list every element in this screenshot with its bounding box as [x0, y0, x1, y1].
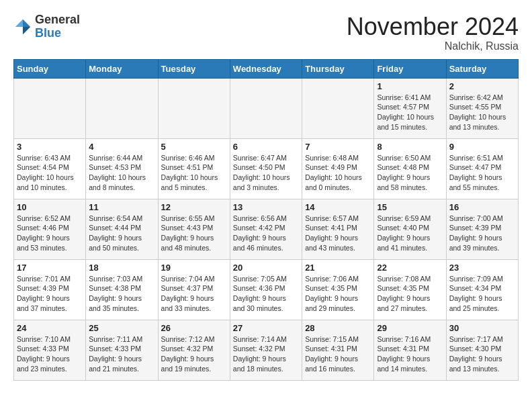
- day-info: Sunrise: 7:12 AM Sunset: 4:32 PM Dayligh…: [161, 334, 227, 374]
- day-info: Sunrise: 7:17 AM Sunset: 4:30 PM Dayligh…: [449, 334, 515, 374]
- page-header: General Blue November 2024 Nalchik, Russ…: [13, 13, 519, 52]
- week-row-4: 17Sunrise: 7:01 AM Sunset: 4:39 PM Dayli…: [14, 259, 519, 320]
- day-info: Sunrise: 6:42 AM Sunset: 4:55 PM Dayligh…: [449, 93, 515, 132]
- day-info: Sunrise: 6:46 AM Sunset: 4:51 PM Dayligh…: [161, 153, 227, 193]
- day-number: 30: [449, 323, 515, 333]
- month-title: November 2024: [347, 13, 519, 40]
- calendar-cell: 10Sunrise: 6:52 AM Sunset: 4:46 PM Dayli…: [14, 199, 86, 259]
- day-number: 28: [305, 323, 371, 333]
- day-number: 26: [161, 323, 227, 333]
- weekday-header-saturday: Saturday: [446, 59, 518, 78]
- calendar-body: 1Sunrise: 6:41 AM Sunset: 4:57 PM Daylig…: [14, 78, 519, 380]
- calendar-cell: 22Sunrise: 7:08 AM Sunset: 4:35 PM Dayli…: [374, 259, 446, 320]
- calendar-cell: 20Sunrise: 7:05 AM Sunset: 4:36 PM Dayli…: [230, 259, 302, 320]
- calendar-cell: [230, 78, 302, 138]
- calendar-cell: [302, 78, 374, 138]
- calendar-cell: 23Sunrise: 7:09 AM Sunset: 4:34 PM Dayli…: [446, 259, 518, 320]
- day-number: 8: [377, 142, 443, 152]
- day-info: Sunrise: 6:41 AM Sunset: 4:57 PM Dayligh…: [377, 93, 443, 132]
- calendar-cell: [158, 78, 230, 138]
- calendar-cell: 14Sunrise: 6:57 AM Sunset: 4:41 PM Dayli…: [302, 199, 374, 259]
- title-block: November 2024 Nalchik, Russia: [347, 13, 519, 52]
- day-number: 2: [449, 81, 515, 91]
- week-row-3: 10Sunrise: 6:52 AM Sunset: 4:46 PM Dayli…: [14, 199, 519, 259]
- calendar-cell: 18Sunrise: 7:03 AM Sunset: 4:38 PM Dayli…: [86, 259, 158, 320]
- calendar-cell: [86, 78, 158, 138]
- day-info: Sunrise: 7:05 AM Sunset: 4:36 PM Dayligh…: [233, 274, 299, 314]
- day-info: Sunrise: 7:00 AM Sunset: 4:39 PM Dayligh…: [449, 214, 515, 253]
- calendar-table: SundayMondayTuesdayWednesdayThursdayFrid…: [13, 59, 519, 381]
- day-info: Sunrise: 6:47 AM Sunset: 4:50 PM Dayligh…: [233, 153, 299, 193]
- day-info: Sunrise: 6:50 AM Sunset: 4:48 PM Dayligh…: [377, 153, 443, 193]
- day-number: 5: [161, 142, 227, 152]
- weekday-header-thursday: Thursday: [302, 59, 374, 78]
- weekday-header-row: SundayMondayTuesdayWednesdayThursdayFrid…: [14, 59, 519, 78]
- location: Nalchik, Russia: [347, 40, 519, 52]
- day-info: Sunrise: 6:52 AM Sunset: 4:46 PM Dayligh…: [17, 214, 83, 253]
- calendar-cell: 7Sunrise: 6:48 AM Sunset: 4:49 PM Daylig…: [302, 138, 374, 199]
- day-number: 14: [305, 202, 371, 212]
- day-number: 13: [233, 202, 299, 212]
- week-row-1: 1Sunrise: 6:41 AM Sunset: 4:57 PM Daylig…: [14, 78, 519, 138]
- calendar-cell: 24Sunrise: 7:10 AM Sunset: 4:33 PM Dayli…: [14, 320, 86, 380]
- day-info: Sunrise: 6:57 AM Sunset: 4:41 PM Dayligh…: [305, 214, 371, 253]
- day-number: 19: [161, 263, 227, 273]
- day-number: 9: [449, 142, 515, 152]
- logo: General Blue: [13, 13, 80, 40]
- weekday-header-wednesday: Wednesday: [230, 59, 302, 78]
- day-number: 4: [89, 142, 154, 152]
- day-number: 12: [161, 202, 227, 212]
- day-info: Sunrise: 6:48 AM Sunset: 4:49 PM Dayligh…: [305, 153, 371, 193]
- day-number: 3: [17, 142, 83, 152]
- day-info: Sunrise: 7:04 AM Sunset: 4:37 PM Dayligh…: [161, 274, 227, 314]
- day-number: 20: [233, 263, 299, 273]
- day-info: Sunrise: 7:15 AM Sunset: 4:31 PM Dayligh…: [305, 334, 371, 374]
- day-number: 25: [89, 323, 154, 333]
- day-number: 7: [305, 142, 371, 152]
- svg-marker-2: [15, 19, 23, 27]
- day-number: 11: [89, 202, 154, 212]
- logo-text: General Blue: [35, 13, 80, 40]
- calendar-cell: 27Sunrise: 7:14 AM Sunset: 4:32 PM Dayli…: [230, 320, 302, 380]
- calendar-cell: 6Sunrise: 6:47 AM Sunset: 4:50 PM Daylig…: [230, 138, 302, 199]
- day-info: Sunrise: 6:43 AM Sunset: 4:54 PM Dayligh…: [17, 153, 83, 193]
- day-info: Sunrise: 7:01 AM Sunset: 4:39 PM Dayligh…: [17, 274, 83, 314]
- day-info: Sunrise: 7:16 AM Sunset: 4:31 PM Dayligh…: [377, 334, 443, 374]
- day-info: Sunrise: 6:44 AM Sunset: 4:53 PM Dayligh…: [89, 153, 154, 193]
- day-number: 10: [17, 202, 83, 212]
- day-number: 22: [377, 263, 443, 273]
- day-number: 15: [377, 202, 443, 212]
- calendar-cell: 8Sunrise: 6:50 AM Sunset: 4:48 PM Daylig…: [374, 138, 446, 199]
- weekday-header-monday: Monday: [86, 59, 158, 78]
- weekday-header-friday: Friday: [374, 59, 446, 78]
- day-number: 6: [233, 142, 299, 152]
- weekday-header-sunday: Sunday: [14, 59, 86, 78]
- day-info: Sunrise: 7:10 AM Sunset: 4:33 PM Dayligh…: [17, 334, 83, 374]
- calendar-cell: [14, 78, 86, 138]
- weekday-header-tuesday: Tuesday: [158, 59, 230, 78]
- calendar-cell: 19Sunrise: 7:04 AM Sunset: 4:37 PM Dayli…: [158, 259, 230, 320]
- day-number: 16: [449, 202, 515, 212]
- calendar-cell: 17Sunrise: 7:01 AM Sunset: 4:39 PM Dayli…: [14, 259, 86, 320]
- calendar-cell: 26Sunrise: 7:12 AM Sunset: 4:32 PM Dayli…: [158, 320, 230, 380]
- day-info: Sunrise: 6:55 AM Sunset: 4:43 PM Dayligh…: [161, 214, 227, 253]
- day-info: Sunrise: 6:51 AM Sunset: 4:47 PM Dayligh…: [449, 153, 515, 193]
- day-number: 17: [17, 263, 83, 273]
- svg-marker-1: [23, 27, 30, 34]
- day-info: Sunrise: 6:56 AM Sunset: 4:42 PM Dayligh…: [233, 214, 299, 253]
- calendar-cell: 1Sunrise: 6:41 AM Sunset: 4:57 PM Daylig…: [374, 78, 446, 138]
- calendar-cell: 29Sunrise: 7:16 AM Sunset: 4:31 PM Dayli…: [374, 320, 446, 380]
- day-info: Sunrise: 7:14 AM Sunset: 4:32 PM Dayligh…: [233, 334, 299, 374]
- day-number: 1: [377, 81, 443, 91]
- day-info: Sunrise: 6:59 AM Sunset: 4:40 PM Dayligh…: [377, 214, 443, 253]
- calendar-cell: 9Sunrise: 6:51 AM Sunset: 4:47 PM Daylig…: [446, 138, 518, 199]
- calendar-cell: 16Sunrise: 7:00 AM Sunset: 4:39 PM Dayli…: [446, 199, 518, 259]
- calendar-header: SundayMondayTuesdayWednesdayThursdayFrid…: [14, 59, 519, 78]
- day-number: 21: [305, 263, 371, 273]
- calendar-cell: 2Sunrise: 6:42 AM Sunset: 4:55 PM Daylig…: [446, 78, 518, 138]
- day-number: 23: [449, 263, 515, 273]
- svg-marker-0: [23, 19, 30, 27]
- day-number: 24: [17, 323, 83, 333]
- day-number: 29: [377, 323, 443, 333]
- calendar-cell: 4Sunrise: 6:44 AM Sunset: 4:53 PM Daylig…: [86, 138, 158, 199]
